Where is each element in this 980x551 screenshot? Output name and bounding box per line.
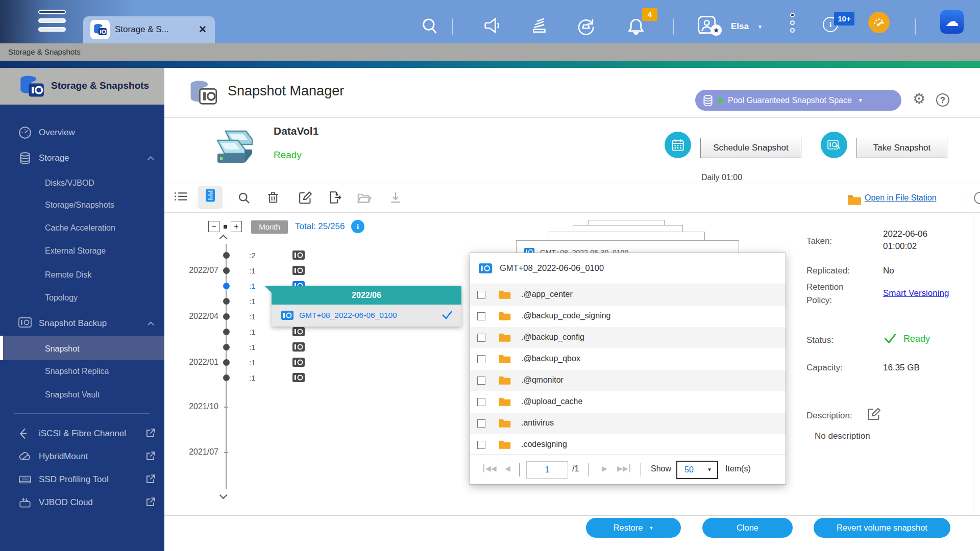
timeline-entry[interactable]: :1 bbox=[174, 372, 276, 384]
checkbox[interactable] bbox=[477, 355, 485, 363]
resource-monitor-icon[interactable] bbox=[868, 12, 890, 33]
checkbox[interactable] bbox=[477, 377, 485, 385]
clone-button[interactable]: Clone bbox=[702, 518, 793, 538]
folder-row[interactable]: .@upload_cache bbox=[470, 391, 786, 413]
sidebar-item-overview[interactable]: Overview bbox=[0, 122, 164, 143]
gauge-icon bbox=[18, 126, 32, 139]
calendar-icon[interactable] bbox=[665, 132, 691, 158]
folder-icon bbox=[499, 375, 511, 385]
timeline-view-icon[interactable] bbox=[206, 189, 215, 202]
page-number-input[interactable] bbox=[526, 461, 568, 479]
list-view-icon[interactable] bbox=[175, 191, 187, 202]
folder-row[interactable]: .antivirus bbox=[470, 413, 786, 434]
background-tasks-icon[interactable] bbox=[531, 17, 548, 35]
sync-icon[interactable] bbox=[577, 17, 595, 36]
zoom-in-button[interactable]: + bbox=[231, 221, 242, 232]
folder-row[interactable]: .codesigning bbox=[470, 434, 786, 456]
sidebar-item-external-storage[interactable]: External Storage bbox=[0, 241, 164, 262]
sidebar-item-ssd-profiling-tool[interactable]: SSD SSD Profiling Tool bbox=[0, 469, 164, 490]
last-page-icon[interactable]: ▶▶ bbox=[617, 464, 630, 472]
sidebar-item-cache-acceleration[interactable]: Cache Acceleration bbox=[0, 218, 164, 239]
toolbar-divider bbox=[231, 189, 231, 209]
export-icon[interactable] bbox=[329, 191, 341, 204]
tab-close-icon[interactable]: ✕ bbox=[199, 23, 207, 35]
folder-row[interactable]: .@backup_qbox bbox=[470, 348, 786, 370]
folder-row[interactable]: .@qmonitor bbox=[470, 370, 786, 391]
download-icon[interactable] bbox=[390, 192, 401, 203]
tooltip-snapshot-row[interactable]: GMT+08_2022-06-06_0100 bbox=[272, 305, 461, 327]
snapshot-manager-icon bbox=[188, 78, 217, 107]
snapshot-card-stack bbox=[549, 232, 705, 241]
open-folder-icon[interactable] bbox=[357, 192, 372, 204]
sidebar-item-snapshot-replica[interactable]: Snapshot Replica bbox=[0, 362, 164, 382]
myqnapcloud-icon[interactable]: ☁ bbox=[940, 10, 964, 34]
user-caret-icon: ▼ bbox=[757, 24, 763, 30]
sidebar-item-iscsi-fibre-channel[interactable]: iSCSI & Fibre Channel bbox=[0, 423, 164, 444]
schedule-snapshot-button[interactable]: Schedule Snapshot bbox=[700, 138, 801, 158]
snapshot-card-stack: GMT+08_2022-05-30_0100 bbox=[516, 240, 739, 254]
zoom-out-button[interactable]: − bbox=[208, 221, 219, 232]
sidebar-item-hybridmount[interactable]: HybridMount bbox=[0, 446, 164, 467]
folder-icon bbox=[499, 333, 511, 342]
pool-guaranteed-space-button[interactable]: Pool Guaranteed Snapshot Space ▼ bbox=[695, 90, 901, 111]
search-icon[interactable] bbox=[238, 192, 250, 204]
user-name[interactable]: Elsa bbox=[731, 21, 749, 32]
checkbox[interactable] bbox=[477, 312, 485, 320]
edit-icon[interactable] bbox=[299, 191, 312, 204]
page-title: Snapshot Manager bbox=[228, 83, 344, 99]
app-tab-title: Storage & S... bbox=[115, 24, 169, 35]
help-icon[interactable]: ? bbox=[936, 93, 949, 107]
sidebar-divider bbox=[14, 413, 150, 414]
sidebar-item-remote-disk[interactable]: Remote Disk bbox=[0, 265, 164, 286]
sidebar-item-vjbod-cloud[interactable]: VJBOD Cloud bbox=[0, 492, 164, 513]
open-in-file-station-link[interactable]: Open in File Station bbox=[865, 193, 937, 203]
folder-row[interactable]: .@backup_config bbox=[470, 327, 786, 348]
sidebar-item-storage[interactable]: Storage bbox=[0, 148, 164, 168]
revert-volume-snapshot-button[interactable]: Revert volume snapshot bbox=[814, 518, 950, 538]
checkbox[interactable] bbox=[477, 291, 485, 299]
restore-button[interactable]: Restore ▼ bbox=[586, 518, 681, 538]
checkbox[interactable] bbox=[477, 419, 485, 428]
delete-icon[interactable] bbox=[267, 191, 279, 204]
timeline-entry[interactable]: 2022/01 :1 bbox=[174, 357, 276, 368]
timeline-scroll-down[interactable] bbox=[219, 492, 228, 500]
checkbox[interactable] bbox=[477, 334, 485, 342]
sidebar-item-snapshot-backup[interactable]: Snapshot Backup bbox=[0, 313, 164, 334]
timeline-entry-selected[interactable]: :1 bbox=[174, 281, 276, 292]
sidebar-item-snapshot[interactable]: Snapshot bbox=[0, 339, 164, 360]
sidebar-item-storage-snapshots[interactable]: Storage/Snapshots bbox=[0, 195, 164, 216]
next-page-icon[interactable]: ▶ bbox=[602, 464, 607, 472]
take-snapshot-icon[interactable] bbox=[821, 132, 847, 158]
refresh-icon-partial[interactable] bbox=[974, 192, 980, 204]
sidebar-item-disks-vjbod[interactable]: Disks/VJBOD bbox=[0, 173, 164, 194]
svg-text:SSD: SSD bbox=[22, 477, 29, 481]
prev-page-icon[interactable]: ◀ bbox=[505, 464, 510, 472]
timeline-entry[interactable]: 2022/07 :1 bbox=[174, 265, 276, 277]
timeline-entry[interactable]: :1 bbox=[174, 327, 276, 338]
pagination-divider bbox=[641, 463, 641, 477]
notification-count-badge: 4 bbox=[642, 8, 657, 21]
app-tab-storage-snapshots[interactable]: Storage & S... ✕ bbox=[83, 16, 215, 43]
timeline-entry[interactable]: :1 bbox=[174, 342, 276, 353]
smart-versioning-link[interactable]: Smart Versioning bbox=[883, 288, 949, 298]
timeline-entry[interactable]: :2 bbox=[174, 250, 276, 261]
gear-icon[interactable]: ⚙ bbox=[913, 90, 925, 107]
sidebar-item-snapshot-vault[interactable]: Snapshot Vault bbox=[0, 385, 164, 406]
take-snapshot-button[interactable]: Take Snapshot bbox=[856, 138, 947, 158]
sidebar-item-topology[interactable]: Topology bbox=[0, 288, 164, 309]
page-size-select[interactable]: 50 ▼ bbox=[676, 461, 718, 479]
edit-description-icon[interactable] bbox=[868, 408, 880, 420]
timeline-scroll-up[interactable] bbox=[219, 234, 228, 242]
admin-star-badge: ★ bbox=[710, 24, 722, 36]
timeline-entry[interactable]: 2022/04 :1 bbox=[174, 311, 276, 322]
timeline-entry[interactable]: :1 bbox=[174, 296, 276, 307]
external-link-icon bbox=[146, 429, 155, 438]
folder-row[interactable]: .@app_center bbox=[470, 284, 786, 306]
announcement-icon[interactable] bbox=[484, 17, 501, 34]
folder-row[interactable]: .@backup_code_signing bbox=[470, 306, 786, 327]
checkbox[interactable] bbox=[477, 441, 485, 449]
first-page-icon[interactable]: ◀◀ bbox=[483, 464, 497, 472]
search-icon[interactable] bbox=[422, 17, 438, 35]
info-icon[interactable]: i bbox=[351, 220, 364, 233]
checkbox[interactable] bbox=[477, 398, 485, 406]
